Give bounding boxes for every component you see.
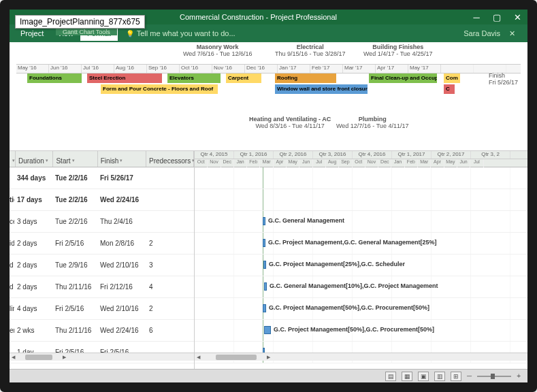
table-row[interactable]: ling4 daysFri 2/5/16Wed 2/10/162 [10, 298, 194, 320]
table-row[interactable]: tions17 daysTue 2/2/16Wed 2/24/16 [10, 189, 194, 211]
image-filename-tag: Image_ProjectPlanning_877x675 [15, 15, 145, 29]
timeline-pane: Masonry WorkWed 7/6/16 - Tue 12/6/16Elec… [10, 42, 527, 151]
timeline-bar[interactable]: Elevators [167, 74, 221, 83]
gantt-bar[interactable] [263, 239, 265, 247]
ribbon-collapse-icon[interactable]: ✕ [509, 29, 515, 38]
gantt-row[interactable] [195, 167, 527, 189]
gantt-row[interactable]: G.C. Project Management[50%],G.C. Procur… [195, 298, 527, 320]
table-row[interactable]: 344 daysTue 2/2/16Fri 5/26/17 [10, 167, 194, 189]
gantt-row[interactable]: G.C. Project Management[50%],G.C. Procur… [195, 320, 527, 342]
gantt-row[interactable]: G.C. General Management[10%],G.C. Projec… [195, 276, 527, 298]
zoom-in-button[interactable]: + [517, 372, 521, 380]
view-gantt-icon[interactable]: ▤ [385, 372, 396, 381]
gantt-bar-label: G.C. General Management[10%],G.C. Projec… [270, 282, 438, 289]
minimize-button[interactable]: ─ [466, 12, 487, 22]
timeline-bar[interactable]: Form and Pour Concrete - Floors and Roof [101, 84, 218, 94]
col-name[interactable] [10, 151, 16, 167]
timeline-bar[interactable]: Roofing [275, 74, 336, 83]
gantt-bar[interactable] [264, 282, 267, 291]
timeline-bar[interactable]: C [444, 84, 455, 94]
timeline-bar[interactable]: Window wall and store front closures [275, 84, 368, 94]
gantt-bar[interactable] [263, 304, 266, 312]
table-row[interactable]: d submit values2 daysThu 2/11/16Fri 2/12… [10, 276, 194, 298]
col-start[interactable]: Start [53, 151, 97, 167]
close-button[interactable]: ✕ [507, 12, 527, 22]
view-resource-sheet-icon[interactable]: ▥ [434, 372, 445, 381]
table-row[interactable]: ce to d sign3 daysTue 2/2/16Thu 2/4/16 [10, 211, 194, 233]
timeline-callout: Heating and Ventilating - ACWed 8/3/16 -… [249, 116, 331, 129]
gantt-row[interactable] [195, 189, 527, 211]
timeline-callout: Masonry WorkWed 7/6/16 - Tue 12/6/16 [183, 44, 252, 57]
col-duration[interactable]: Duration [16, 151, 53, 167]
zoom-slider[interactable] [477, 376, 511, 377]
table-row[interactable]: eminary ngs2 wksThu 2/11/16Wed 2/24/166 [10, 320, 194, 342]
gantt-timescale: Qtr 4, 2015Qtr 1, 2016Qtr 2, 2016Qtr 3, … [195, 151, 527, 167]
timeline-bar[interactable]: Final Clean-up and Occupancy [369, 74, 437, 83]
timeline-ruler: May '16Jun '16Jul '16Aug '16Sep '16Oct '… [16, 64, 521, 74]
col-predecessors[interactable]: Predecessors [146, 151, 194, 167]
gantt-hscroll[interactable] [195, 353, 527, 361]
col-finish[interactable]: Finish [98, 151, 146, 167]
timeline-callout: Building FinishesWed 1/4/17 - Tue 4/25/1… [363, 44, 432, 57]
gantt-bar-label: G.C. Project Management,G.C. General Man… [268, 239, 437, 246]
timeline-bar[interactable]: Com [444, 74, 460, 83]
gantt-bar-label: G.C. Project Management[50%],G.C. Procur… [269, 304, 429, 311]
timeline-bar[interactable]: Steel Erection [87, 74, 162, 83]
grid-hscroll[interactable] [10, 353, 194, 361]
gantt-row[interactable]: G.C. Project Management,G.C. General Man… [195, 233, 527, 255]
timeline-callout: ElectricalThu 9/15/16 - Tue 3/28/17 [275, 44, 346, 57]
timeline-bar[interactable]: Foundations [27, 74, 82, 83]
task-grid-pane[interactable]: Duration Start Finish Predecessors 344 d… [10, 151, 195, 374]
view-team-planner-icon[interactable]: ▣ [418, 372, 429, 381]
gantt-bar-label: G.C. Project Management[25%],G.C. Schedu… [269, 261, 405, 267]
tell-me-search[interactable]: Tell me what you want to do... [126, 29, 235, 37]
view-report-icon[interactable]: ⊞ [451, 372, 461, 381]
status-bar: ▤ ▦ ▣ ▥ ⊞ ─ + [10, 369, 527, 382]
gantt-row[interactable]: G.C. Project Management[25%],G.C. Schedu… [195, 255, 527, 276]
timeline-finish-label: Finish Fri 5/26/17 [489, 72, 518, 86]
gantt-bar[interactable] [264, 326, 271, 334]
table-row[interactable]: id and2 daysFri 2/5/16Mon 2/8/162 [10, 233, 194, 255]
table-row[interactable]: d submit idule2 daysTue 2/9/16Wed 2/10/1… [10, 255, 194, 276]
timeline-bar[interactable]: Carpent [226, 74, 261, 83]
gantt-bar-label: G.C. General Management [268, 217, 344, 224]
view-task-usage-icon[interactable]: ▦ [402, 372, 412, 381]
timeline-callout: PlumbingWed 12/7/16 - Tue 4/11/17 [336, 116, 408, 129]
gantt-row[interactable]: G.C. General Management [195, 211, 527, 233]
maximize-button[interactable]: ▢ [487, 12, 507, 22]
gantt-bar[interactable] [263, 261, 266, 269]
gantt-chart-pane[interactable]: Qtr 4, 2015Qtr 1, 2016Qtr 2, 2016Qtr 3, … [195, 151, 527, 374]
grid-header: Duration Start Finish Predecessors [10, 151, 194, 167]
gantt-bar-label: G.C. Project Management[50%],G.C. Procur… [274, 326, 434, 333]
zoom-out-button[interactable]: ─ [467, 372, 472, 380]
gantt-bar[interactable] [263, 217, 265, 225]
